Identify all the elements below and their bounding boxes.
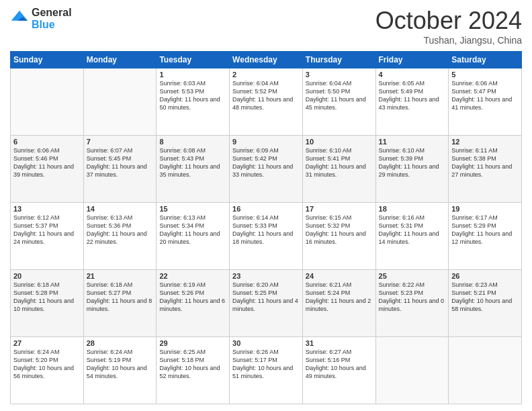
- day-info: Sunrise: 6:18 AMSunset: 5:27 PMDaylight:…: [87, 281, 154, 314]
- day-info: Sunrise: 6:16 AMSunset: 5:31 PMDaylight:…: [379, 214, 446, 246]
- day-info: Sunrise: 6:10 AMSunset: 5:39 PMDaylight:…: [379, 146, 446, 179]
- table-row: 21 Sunrise: 6:18 AMSunset: 5:27 PMDaylig…: [83, 270, 157, 337]
- calendar-week-row: 20 Sunrise: 6:18 AMSunset: 5:28 PMDaylig…: [11, 270, 522, 337]
- day-info: Sunrise: 6:23 AMSunset: 5:21 PMDaylight:…: [451, 281, 519, 314]
- day-number: 11: [379, 138, 446, 146]
- day-info: Sunrise: 6:08 AMSunset: 5:43 PMDaylight:…: [159, 146, 226, 179]
- day-number: 4: [379, 71, 446, 79]
- day-number: 26: [451, 272, 519, 280]
- day-info: Sunrise: 6:06 AMSunset: 5:47 PMDaylight:…: [451, 79, 519, 112]
- table-row: 11 Sunrise: 6:10 AMSunset: 5:39 PMDaylig…: [375, 136, 449, 203]
- day-info: Sunrise: 6:07 AMSunset: 5:45 PMDaylight:…: [87, 146, 154, 179]
- day-number: 18: [379, 205, 446, 213]
- day-number: 2: [232, 71, 300, 79]
- day-info: Sunrise: 6:19 AMSunset: 5:26 PMDaylight:…: [159, 281, 226, 314]
- table-row: 16 Sunrise: 6:14 AMSunset: 5:33 PMDaylig…: [230, 203, 303, 270]
- table-row: 19 Sunrise: 6:17 AMSunset: 5:29 PMDaylig…: [449, 203, 522, 270]
- table-row: [83, 68, 157, 136]
- table-row: 1 Sunrise: 6:03 AMSunset: 5:53 PMDayligh…: [157, 68, 230, 136]
- day-number: 3: [306, 71, 373, 79]
- day-number: 13: [13, 205, 81, 213]
- day-info: Sunrise: 6:03 AMSunset: 5:53 PMDaylight:…: [159, 79, 226, 112]
- day-number: 20: [13, 272, 81, 280]
- day-info: Sunrise: 6:17 AMSunset: 5:29 PMDaylight:…: [451, 214, 519, 246]
- table-row: 22 Sunrise: 6:19 AMSunset: 5:26 PMDaylig…: [157, 270, 230, 337]
- table-row: 7 Sunrise: 6:07 AMSunset: 5:45 PMDayligh…: [83, 136, 157, 203]
- day-info: Sunrise: 6:12 AMSunset: 5:37 PMDaylight:…: [13, 214, 81, 246]
- day-number: 12: [451, 138, 519, 146]
- day-number: 1: [159, 71, 226, 79]
- col-tuesday: Tuesday: [157, 52, 230, 68]
- day-number: 27: [13, 339, 81, 347]
- table-row: 2 Sunrise: 6:04 AMSunset: 5:52 PMDayligh…: [230, 68, 303, 136]
- day-number: 14: [87, 205, 154, 213]
- day-info: Sunrise: 6:24 AMSunset: 5:19 PMDaylight:…: [87, 348, 154, 381]
- day-info: Sunrise: 6:27 AMSunset: 5:16 PMDaylight:…: [306, 348, 373, 381]
- day-info: Sunrise: 6:04 AMSunset: 5:52 PMDaylight:…: [232, 79, 300, 112]
- day-number: 7: [87, 138, 154, 146]
- day-info: Sunrise: 6:13 AMSunset: 5:36 PMDaylight:…: [87, 214, 154, 246]
- logo-text: General Blue: [32, 7, 72, 30]
- day-number: 19: [451, 205, 519, 213]
- location-subtitle: Tushan, Jiangsu, China: [375, 35, 522, 46]
- table-row: 29 Sunrise: 6:25 AMSunset: 5:18 PMDaylig…: [157, 337, 230, 404]
- day-info: Sunrise: 6:14 AMSunset: 5:33 PMDaylight:…: [232, 214, 300, 246]
- day-info: Sunrise: 6:21 AMSunset: 5:24 PMDaylight:…: [306, 281, 373, 314]
- day-info: Sunrise: 6:13 AMSunset: 5:34 PMDaylight:…: [159, 214, 226, 246]
- col-wednesday: Wednesday: [230, 52, 303, 68]
- day-info: Sunrise: 6:05 AMSunset: 5:49 PMDaylight:…: [379, 79, 446, 112]
- table-row: 20 Sunrise: 6:18 AMSunset: 5:28 PMDaylig…: [11, 270, 84, 337]
- day-info: Sunrise: 6:25 AMSunset: 5:18 PMDaylight:…: [159, 348, 226, 381]
- title-block: October 2024 Tushan, Jiangsu, China: [375, 7, 522, 46]
- table-row: 23 Sunrise: 6:20 AMSunset: 5:25 PMDaylig…: [230, 270, 303, 337]
- day-info: Sunrise: 6:09 AMSunset: 5:42 PMDaylight:…: [232, 146, 300, 179]
- table-row: [449, 337, 522, 404]
- day-number: 29: [159, 339, 226, 347]
- day-number: 23: [232, 272, 300, 280]
- col-sunday: Sunday: [11, 52, 84, 68]
- table-row: [375, 337, 449, 404]
- month-title: October 2024: [375, 7, 522, 35]
- day-info: Sunrise: 6:24 AMSunset: 5:20 PMDaylight:…: [13, 348, 81, 381]
- day-number: 24: [306, 272, 373, 280]
- table-row: 18 Sunrise: 6:16 AMSunset: 5:31 PMDaylig…: [375, 203, 449, 270]
- table-row: 4 Sunrise: 6:05 AMSunset: 5:49 PMDayligh…: [375, 68, 449, 136]
- table-row: 31 Sunrise: 6:27 AMSunset: 5:16 PMDaylig…: [302, 337, 375, 404]
- table-row: 25 Sunrise: 6:22 AMSunset: 5:23 PMDaylig…: [375, 270, 449, 337]
- calendar-table: Sunday Monday Tuesday Wednesday Thursday…: [10, 51, 522, 404]
- day-number: 15: [159, 205, 226, 213]
- logo: General Blue: [10, 7, 72, 30]
- day-info: Sunrise: 6:18 AMSunset: 5:28 PMDaylight:…: [13, 281, 81, 314]
- day-number: 31: [306, 339, 373, 347]
- logo-general-text: General: [32, 7, 72, 19]
- day-number: 16: [232, 205, 300, 213]
- day-number: 9: [232, 138, 300, 146]
- day-number: 8: [159, 138, 226, 146]
- logo-blue-text: Blue: [32, 19, 72, 31]
- day-info: Sunrise: 6:20 AMSunset: 5:25 PMDaylight:…: [232, 281, 300, 314]
- day-info: Sunrise: 6:22 AMSunset: 5:23 PMDaylight:…: [379, 281, 446, 314]
- col-thursday: Thursday: [302, 52, 375, 68]
- col-saturday: Saturday: [449, 52, 522, 68]
- day-info: Sunrise: 6:06 AMSunset: 5:46 PMDaylight:…: [13, 146, 81, 179]
- day-number: 25: [379, 272, 446, 280]
- day-number: 5: [451, 71, 519, 79]
- calendar-week-row: 1 Sunrise: 6:03 AMSunset: 5:53 PMDayligh…: [11, 68, 522, 136]
- day-number: 21: [87, 272, 154, 280]
- calendar-week-row: 13 Sunrise: 6:12 AMSunset: 5:37 PMDaylig…: [11, 203, 522, 270]
- table-row: 24 Sunrise: 6:21 AMSunset: 5:24 PMDaylig…: [302, 270, 375, 337]
- col-monday: Monday: [83, 52, 157, 68]
- table-row: 30 Sunrise: 6:26 AMSunset: 5:17 PMDaylig…: [230, 337, 303, 404]
- table-row: 12 Sunrise: 6:11 AMSunset: 5:38 PMDaylig…: [449, 136, 522, 203]
- calendar-week-row: 27 Sunrise: 6:24 AMSunset: 5:20 PMDaylig…: [11, 337, 522, 404]
- day-number: 30: [232, 339, 300, 347]
- day-number: 17: [306, 205, 373, 213]
- table-row: 28 Sunrise: 6:24 AMSunset: 5:19 PMDaylig…: [83, 337, 157, 404]
- day-number: 6: [13, 138, 81, 146]
- day-number: 22: [159, 272, 226, 280]
- calendar-week-row: 6 Sunrise: 6:06 AMSunset: 5:46 PMDayligh…: [11, 136, 522, 203]
- col-friday: Friday: [375, 52, 449, 68]
- table-row: 15 Sunrise: 6:13 AMSunset: 5:34 PMDaylig…: [157, 203, 230, 270]
- day-number: 28: [87, 339, 154, 347]
- table-row: 6 Sunrise: 6:06 AMSunset: 5:46 PMDayligh…: [11, 136, 84, 203]
